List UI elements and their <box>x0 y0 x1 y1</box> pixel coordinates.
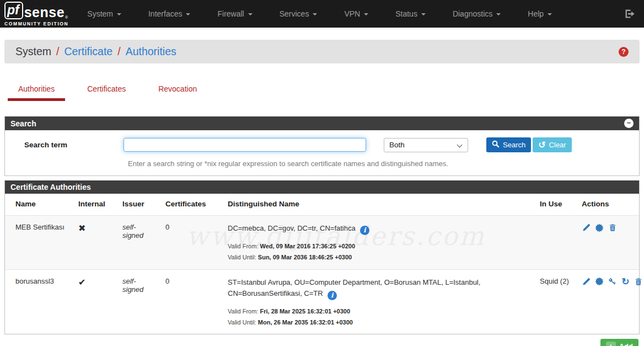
tab-certificates[interactable]: Certificates <box>77 79 136 101</box>
validity-block: Valid From: Wed, 09 Mar 2016 17:36:25 +0… <box>228 241 530 263</box>
clear-button[interactable]: ↺ Clear <box>533 137 571 152</box>
sign-out-icon[interactable] <box>624 8 635 19</box>
caret-down-icon <box>364 13 368 15</box>
edit-ca-icon[interactable] <box>582 277 591 286</box>
search-hint: Enter a search string or *nix regular ex… <box>128 159 639 168</box>
ca-cert-count: 0 <box>161 216 223 270</box>
caret-down-icon <box>496 13 501 15</box>
ca-panel-header: Certificate Authorities <box>5 180 639 194</box>
breadcrumb-system: System <box>15 45 51 58</box>
breadcrumb: System / Certificate / Authorities ? <box>4 40 640 63</box>
ca-cert-count: 0 <box>161 269 223 334</box>
ca-name: borusanssl3 <box>5 269 74 334</box>
ca-table-header-row: Name Internal Issuer Certificates Distin… <box>5 194 639 216</box>
export-ca-cert-icon[interactable] <box>595 277 604 286</box>
nav-item-services[interactable]: Services <box>280 9 318 18</box>
search-panel: Search − Search term Both Search ↺ <box>4 116 640 176</box>
add-button[interactable]: + Add <box>600 339 638 346</box>
nav-item-system[interactable]: System <box>87 9 121 18</box>
plus-icon: + <box>606 342 616 346</box>
caret-down-icon <box>248 13 253 15</box>
breadcrumb-separator: / <box>117 45 120 58</box>
breadcrumb-separator: / <box>56 45 59 58</box>
help-icon[interactable]: ? <box>619 47 629 57</box>
pf-logo-box: pf <box>4 2 23 19</box>
col-header-dn: Distinguished Name <box>223 194 535 216</box>
table-row: borusanssl3 ✔ self-signed 0 ST=Istanbul … <box>5 269 639 334</box>
pfsense-logo[interactable]: pf sense ® COMMUNITY EDITION <box>4 2 68 26</box>
undo-icon: ↺ <box>538 141 545 149</box>
info-icon[interactable]: i <box>328 291 337 300</box>
nav-item-help[interactable]: Help <box>528 9 552 18</box>
tab-authorities[interactable]: Authorities <box>8 79 65 101</box>
ca-issuer: self-signed <box>122 223 143 239</box>
edit-ca-icon[interactable] <box>582 223 591 232</box>
renew-ca-icon[interactable]: ↻ <box>621 277 630 286</box>
export-ca-cert-icon[interactable] <box>595 223 604 232</box>
search-input[interactable] <box>124 138 366 152</box>
ca-name: MEB Sertifikası <box>5 216 74 270</box>
search-term-label: Search term <box>5 141 124 149</box>
search-panel-body: Search term Both Search ↺ Clear Enter <box>5 130 639 175</box>
certificate-authorities-panel: Certificate Authorities Name Internal Is… <box>4 180 640 334</box>
breadcrumb-authorities-link[interactable]: Authorities <box>126 45 176 58</box>
pfsense-logo-text: pf sense ® <box>4 2 68 19</box>
ca-issuer: self-signed <box>122 277 143 294</box>
ca-in-use: Squid (2) <box>535 269 577 334</box>
col-header-in-use: In Use <box>535 194 577 216</box>
footer-actions: + Add <box>6 339 638 346</box>
search-scope-select[interactable]: Both <box>384 138 468 152</box>
times-icon: ✖ <box>78 223 85 233</box>
nav-item-status[interactable]: Status <box>395 9 426 18</box>
nav-item-vpn[interactable]: VPN <box>344 9 368 18</box>
ca-in-use <box>535 216 577 270</box>
info-icon[interactable]: i <box>360 226 369 235</box>
search-button[interactable]: Search <box>486 137 531 152</box>
search-panel-title: Search <box>10 119 36 128</box>
chevron-down-icon <box>457 142 463 147</box>
search-panel-header: Search − <box>5 116 639 130</box>
caret-down-icon <box>548 13 552 15</box>
caret-down-icon <box>421 13 426 15</box>
table-row: MEB Sertifikası ✖ self-signed 0 DC=mebca… <box>5 216 639 270</box>
nav-item-diagnostics[interactable]: Diagnostics <box>453 9 501 18</box>
caret-down-icon <box>117 13 121 15</box>
nav-item-interfaces[interactable]: Interfaces <box>148 9 190 18</box>
tab-bar: Authorities Certificates Revocation <box>8 79 640 101</box>
breadcrumb-certificate-link[interactable]: Certificate <box>64 45 112 58</box>
caret-down-icon <box>186 13 190 15</box>
collapse-panel-icon[interactable]: − <box>624 119 634 128</box>
check-icon: ✔ <box>78 278 85 287</box>
ca-panel-title: Certificate Authorities <box>10 183 91 191</box>
ca-distinguished-name: ST=Istanbul Avrupa, OU=Computer Departme… <box>228 278 480 297</box>
validity-block: Valid From: Fri, 28 Mar 2025 16:32:01 +0… <box>228 306 530 328</box>
nav-menu: System Interfaces Firewall Services VPN … <box>87 9 624 18</box>
caret-down-icon <box>313 13 317 15</box>
top-navbar: pf sense ® COMMUNITY EDITION System Inte… <box>0 0 644 28</box>
ca-distinguished-name: DC=mebca, DC=gov, DC=tr, CN=fatihca <box>228 224 356 232</box>
nav-item-firewall[interactable]: Firewall <box>217 9 252 18</box>
delete-ca-icon[interactable] <box>608 223 617 232</box>
pfsense-authorities-page: pf sense ® COMMUNITY EDITION System Inte… <box>0 0 644 346</box>
ca-table: Name Internal Issuer Certificates Distin… <box>5 194 639 334</box>
col-header-internal: Internal <box>74 194 118 216</box>
col-header-certificates: Certificates <box>161 194 223 216</box>
col-header-name: Name <box>5 194 74 216</box>
delete-ca-icon[interactable] <box>634 277 643 286</box>
tab-revocation[interactable]: Revocation <box>148 79 207 101</box>
col-header-actions: Actions <box>577 194 639 216</box>
export-ca-key-icon[interactable] <box>608 277 617 286</box>
search-icon <box>492 140 500 150</box>
col-header-issuer: Issuer <box>118 194 161 216</box>
community-edition-label: COMMUNITY EDITION <box>4 21 68 26</box>
